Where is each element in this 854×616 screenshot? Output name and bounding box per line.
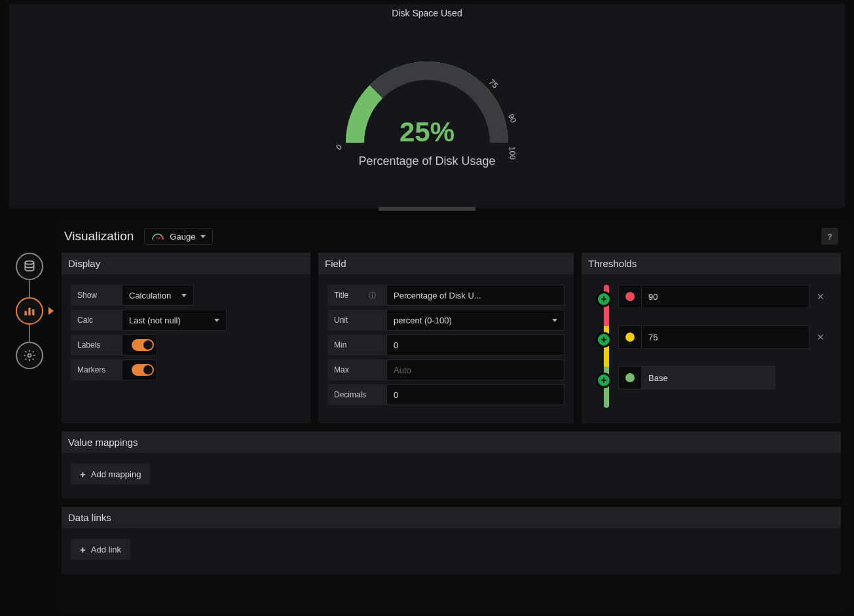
- threshold-row: ✕: [618, 285, 832, 308]
- threshold-row: ✕: [618, 325, 832, 349]
- visualization-heading: Visualization: [64, 229, 134, 244]
- section-thresholds-header: Thresholds: [582, 253, 841, 274]
- toggle-labels[interactable]: [132, 339, 154, 351]
- gear-bug-icon: [23, 349, 36, 362]
- section-field-header: Field: [318, 253, 574, 274]
- svg-rect-5: [25, 311, 27, 316]
- select-unit[interactable]: percent (0-100): [386, 310, 565, 331]
- gauge-subtitle: Percentage of Disk Usage: [329, 154, 525, 168]
- plus-icon: +: [80, 469, 86, 480]
- add-threshold-button[interactable]: +: [596, 291, 612, 307]
- label-decimals: Decimals: [327, 384, 386, 405]
- label-labels: Labels: [71, 335, 122, 355]
- tab-visualization[interactable]: [16, 297, 43, 325]
- svg-point-8: [28, 354, 31, 357]
- preview-panel: Disk Space Used 0 75 90 100 25% Percenta…: [9, 4, 845, 208]
- chevron-down-icon: [181, 294, 187, 297]
- section-value-mappings: Value mappings +Add mapping: [62, 431, 841, 499]
- threshold-row: Base: [618, 366, 775, 390]
- threshold-value-input[interactable]: [642, 285, 809, 308]
- svg-rect-7: [32, 310, 34, 316]
- section-thresholds: Thresholds + + + ✕ ✕: [582, 253, 841, 424]
- add-threshold-button[interactable]: +: [596, 372, 612, 388]
- threshold-color-picker[interactable]: [618, 325, 642, 349]
- chevron-down-icon: [200, 235, 206, 238]
- label-show: Show: [71, 285, 122, 306]
- threshold-value-input[interactable]: [642, 325, 809, 349]
- section-display: Display Show Calculation Calc Last (not …: [62, 253, 310, 424]
- input-title[interactable]: [386, 285, 565, 306]
- section-field: Field Title ⓘ Unit percent (0-100) Mi: [318, 253, 574, 424]
- chevron-down-icon: [552, 319, 557, 322]
- plus-icon: +: [80, 544, 86, 555]
- input-min[interactable]: [386, 335, 565, 355]
- remove-threshold-button[interactable]: ✕: [809, 285, 832, 308]
- section-data-links-header: Data links: [62, 507, 841, 528]
- input-decimals[interactable]: [386, 384, 565, 405]
- svg-point-4: [25, 261, 33, 264]
- tab-queries[interactable]: [16, 253, 43, 280]
- threshold-color-picker[interactable]: [618, 285, 642, 308]
- section-data-links: Data links +Add link: [62, 507, 841, 574]
- editor-tab-rail: [9, 229, 50, 369]
- svg-text:75: 75: [487, 77, 500, 90]
- visualization-picker[interactable]: 79 Gauge: [144, 228, 213, 245]
- toggle-markers[interactable]: [132, 364, 154, 376]
- label-markers: Markers: [71, 359, 122, 380]
- select-show[interactable]: Calculation: [122, 285, 194, 306]
- remove-threshold-button[interactable]: ✕: [809, 325, 832, 349]
- select-calc[interactable]: Last (not null): [122, 310, 227, 331]
- add-link-button[interactable]: +Add link: [71, 539, 130, 560]
- threshold-color-picker[interactable]: [618, 366, 642, 390]
- chevron-down-icon: [214, 319, 219, 322]
- section-value-mappings-header: Value mappings: [62, 431, 841, 453]
- add-threshold-button[interactable]: +: [596, 332, 612, 348]
- info-icon[interactable]: ⓘ: [369, 291, 380, 300]
- label-unit: Unit: [327, 310, 386, 331]
- help-button[interactable]: ?: [821, 228, 838, 245]
- editor-pane: Visualization 79 Gauge ? Display Show Ca…: [58, 223, 845, 609]
- threshold-base-label: Base: [642, 366, 775, 390]
- panel-title: Disk Space Used: [9, 4, 845, 18]
- add-mapping-button[interactable]: +Add mapping: [71, 463, 150, 484]
- section-display-header: Display: [62, 253, 310, 274]
- label-title: Title ⓘ: [327, 285, 386, 306]
- resize-handle[interactable]: [379, 207, 475, 211]
- database-icon: [23, 260, 36, 273]
- tab-general[interactable]: [16, 342, 43, 369]
- gauge-icon: 79: [151, 231, 164, 242]
- gauge-chart: 0 75 90 100 25% Percentage of Disk Usage: [329, 31, 525, 162]
- visualization-type-label: Gauge: [170, 232, 195, 242]
- label-max: Max: [327, 359, 386, 380]
- input-max[interactable]: [386, 359, 565, 380]
- svg-rect-6: [28, 308, 30, 316]
- chart-icon: [23, 304, 36, 317]
- gauge-value: 25%: [329, 117, 525, 148]
- svg-text:79: 79: [156, 236, 160, 240]
- label-calc: Calc: [71, 310, 122, 331]
- label-min: Min: [327, 335, 386, 355]
